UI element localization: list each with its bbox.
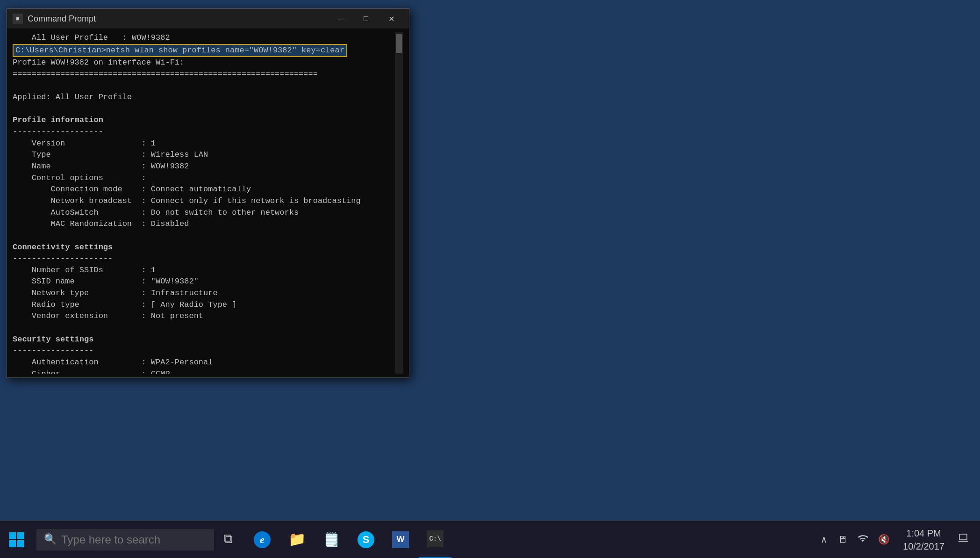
start-button[interactable] bbox=[0, 521, 33, 558]
tray-expand-icon[interactable]: ∧ bbox=[817, 532, 830, 547]
cmd-connectivity-header: Connectivity settings bbox=[13, 242, 395, 254]
cmd-connection-mode: Connection mode : Connect automatically bbox=[13, 184, 395, 196]
taskbar-search-bar[interactable]: 🔍 bbox=[36, 529, 214, 551]
cmd-text: All User Profile : WOW!9382 C:\Users\Chr… bbox=[13, 32, 395, 374]
cmd-profile-header: Profile information bbox=[13, 115, 395, 126]
cmd-version: Version : 1 bbox=[13, 138, 395, 150]
cmd-blank-2 bbox=[13, 103, 395, 115]
cmd-window: ■ Command Prompt — □ ✕ All User Profile … bbox=[7, 8, 409, 378]
taskbar-app-sticky-notes[interactable]: 🗒️ bbox=[315, 521, 348, 558]
tray-icons-group: 🖥 🔇 bbox=[834, 531, 894, 548]
system-tray: ∧ 🖥 🔇 1:04 PM 10/2/2017 bbox=[817, 521, 980, 558]
cmd-cipher-1: Cipher : CCMP bbox=[13, 369, 395, 374]
svg-rect-0 bbox=[959, 541, 968, 542]
cmd-num-ssids: Number of SSIDs : 1 bbox=[13, 265, 395, 276]
cmd-separator-4: ----------------- bbox=[13, 345, 395, 357]
task-view-icon: ⧉ bbox=[223, 532, 233, 547]
sticky-notes-icon: 🗒️ bbox=[322, 531, 340, 549]
system-clock[interactable]: 1:04 PM 10/2/2017 bbox=[897, 527, 950, 553]
clock-time: 1:04 PM bbox=[903, 527, 944, 540]
cmd-separator-2: ------------------- bbox=[13, 126, 395, 138]
cmd-title-text: Command Prompt bbox=[28, 14, 324, 24]
cmd-titlebar-buttons: — □ ✕ bbox=[329, 12, 403, 26]
edge-icon: e bbox=[253, 531, 271, 549]
cmd-radio-type: Radio type : [ Any Radio Type ] bbox=[13, 299, 395, 311]
cmd-blank-3 bbox=[13, 230, 395, 242]
wifi-icon[interactable] bbox=[854, 531, 872, 548]
cmd-output-line: Profile WOW!9382 on interface Wi-Fi: bbox=[13, 57, 395, 69]
cmd-separator-3: --------------------- bbox=[13, 253, 395, 265]
taskbar-app-word[interactable]: W bbox=[384, 521, 417, 558]
minimize-button[interactable]: — bbox=[329, 12, 353, 26]
taskbar-apps: e 📁 🗒️ S bbox=[246, 521, 451, 558]
cmd-network-broadcast: Network broadcast : Connect only if this… bbox=[13, 196, 395, 207]
cmd-separator-1: ========================================… bbox=[13, 69, 395, 80]
cmd-mac-rand: MAC Randomization : Disabled bbox=[13, 218, 395, 230]
cmd-command-line: C:\Users\Christian>netsh wlan show profi… bbox=[13, 44, 395, 58]
cmd-line-top: All User Profile : WOW!9382 bbox=[13, 32, 395, 44]
windows-logo-icon bbox=[9, 532, 24, 547]
cmd-window-icon: ■ bbox=[13, 14, 23, 24]
taskbar-app-cmd[interactable]: C:\ bbox=[419, 521, 451, 558]
cmd-ssid-name: SSID name : "WOW!9382" bbox=[13, 276, 395, 288]
cmd-blank-1 bbox=[13, 80, 395, 92]
cmd-content-area: All User Profile : WOW!9382 C:\Users\Chr… bbox=[7, 29, 409, 377]
skype-icon: S bbox=[357, 531, 375, 549]
notification-center-button[interactable] bbox=[954, 530, 973, 549]
search-input[interactable] bbox=[61, 533, 207, 546]
file-explorer-icon: 📁 bbox=[288, 531, 306, 549]
desktop: ■ Command Prompt — □ ✕ All User Profile … bbox=[0, 0, 980, 558]
word-icon: W bbox=[392, 531, 409, 549]
maximize-button[interactable]: □ bbox=[354, 12, 378, 26]
cmd-scrollbar[interactable] bbox=[395, 32, 403, 374]
cmd-name: Name : WOW!9382 bbox=[13, 161, 395, 173]
cmd-type: Type : Wireless LAN bbox=[13, 149, 395, 161]
cmd-vendor-ext: Vendor extension : Not present bbox=[13, 311, 395, 322]
cmd-auth-1: Authentication : WPA2-Personal bbox=[13, 357, 395, 369]
cmd-security-header: Security settings bbox=[13, 334, 395, 346]
clock-date: 10/2/2017 bbox=[903, 540, 944, 553]
volume-icon[interactable]: 🔇 bbox=[874, 532, 894, 547]
cmd-autoswitch: AutoSwitch : Do not switch to other netw… bbox=[13, 207, 395, 219]
cmd-titlebar: ■ Command Prompt — □ ✕ bbox=[7, 9, 409, 29]
display-icon[interactable]: 🖥 bbox=[834, 532, 851, 547]
cmd-blank-4 bbox=[13, 322, 395, 334]
taskbar-app-edge[interactable]: e bbox=[246, 521, 279, 558]
task-view-button[interactable]: ⧉ bbox=[214, 521, 242, 558]
close-button[interactable]: ✕ bbox=[379, 12, 403, 26]
cmd-highlighted-command: C:\Users\Christian>netsh wlan show profi… bbox=[13, 44, 347, 58]
cmd-control-options: Control options : bbox=[13, 173, 395, 184]
cmd-taskbar-icon: C:\ bbox=[426, 530, 444, 548]
cmd-scrollbar-thumb[interactable] bbox=[396, 34, 402, 53]
taskbar-app-file-explorer[interactable]: 📁 bbox=[280, 521, 313, 558]
search-icon: 🔍 bbox=[44, 533, 57, 546]
taskbar: 🔍 ⧉ e 📁 🗒️ bbox=[0, 521, 980, 558]
taskbar-app-skype[interactable]: S bbox=[350, 521, 382, 558]
cmd-applied: Applied: All User Profile bbox=[13, 92, 395, 103]
cmd-network-type: Network type : Infrastructure bbox=[13, 288, 395, 299]
